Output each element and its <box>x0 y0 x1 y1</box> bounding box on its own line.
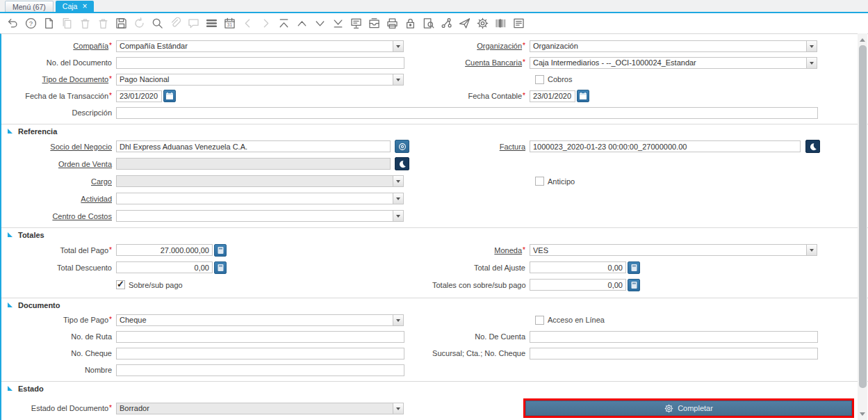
grid-toggle-icon[interactable] <box>204 16 219 31</box>
no-documento-field[interactable] <box>116 57 404 69</box>
scroll-down-icon[interactable] <box>858 409 867 419</box>
total-pago-calculator-icon[interactable] <box>214 244 227 257</box>
tab-caja-label: Caja <box>63 2 78 10</box>
cobros-label: Cobros <box>548 75 572 83</box>
actividad-dropdown-arrow[interactable] <box>393 193 404 204</box>
cargo-label[interactable]: Cargo <box>91 177 112 186</box>
compania-label[interactable]: Compañía <box>73 42 108 50</box>
no-ruta-field[interactable] <box>116 331 404 343</box>
report-icon[interactable] <box>349 16 363 31</box>
first-record-icon[interactable] <box>277 16 291 31</box>
scroll-up-icon[interactable] <box>858 35 867 45</box>
barcode-scan-icon[interactable] <box>493 16 508 31</box>
orden-venta-label[interactable]: Orden de Venta <box>58 160 112 168</box>
compania-dropdown-arrow[interactable] <box>393 40 404 52</box>
tipo-pago-dropdown-arrow[interactable] <box>393 314 404 326</box>
archive-icon[interactable] <box>367 16 382 31</box>
help-icon[interactable]: ? <box>24 16 38 31</box>
save-icon[interactable] <box>114 16 129 31</box>
tipo-pago-field[interactable] <box>116 314 393 326</box>
factura-label[interactable]: Factura <box>500 143 525 151</box>
fecha-transaccion-calendar-icon[interactable] <box>163 90 176 102</box>
fecha-contable-calendar-icon[interactable] <box>577 90 589 102</box>
caja-form: Compañía* Organización* No. del Document… <box>0 33 868 420</box>
centro-costos-label[interactable]: Centro de Costos <box>52 212 112 220</box>
total-descuento-calculator-icon[interactable] <box>214 261 227 274</box>
collapse-triangle-icon[interactable] <box>8 232 13 237</box>
tipo-documento-dropdown-arrow[interactable] <box>393 74 404 86</box>
nav-right-icon <box>259 16 273 31</box>
bpartner-info-icon[interactable] <box>395 140 409 153</box>
collapse-triangle-icon[interactable] <box>8 386 13 391</box>
cuenta-bancaria-field[interactable] <box>530 57 807 69</box>
previous-record-icon[interactable] <box>295 16 309 31</box>
no-cheque-field[interactable] <box>116 348 404 360</box>
moneda-dropdown-arrow[interactable] <box>806 244 817 256</box>
descripcion-field[interactable] <box>116 107 818 119</box>
settings-icon[interactable] <box>475 16 490 31</box>
fecha-transaccion-field[interactable] <box>116 90 162 102</box>
socio-negocio-field[interactable] <box>116 140 391 152</box>
sucursal-field[interactable] <box>530 348 818 360</box>
acceso-linea-checkbox[interactable] <box>535 316 544 325</box>
calendar-icon[interactable]: 31 <box>222 16 237 31</box>
lock-icon[interactable] <box>403 16 418 31</box>
close-tab-icon[interactable]: × <box>82 3 87 10</box>
tab-menu[interactable]: Menú (67) <box>5 1 54 12</box>
no-cuenta-field[interactable] <box>530 331 818 343</box>
undo-icon[interactable] <box>6 16 20 31</box>
tipo-documento-label[interactable]: Tipo de Documento <box>42 75 109 83</box>
moneda-field[interactable] <box>530 244 807 256</box>
delete-record-icon <box>78 16 92 31</box>
organizacion-dropdown-arrow[interactable] <box>806 40 817 52</box>
fecha-contable-field[interactable] <box>530 90 575 102</box>
anticipo-checkbox[interactable] <box>535 177 544 186</box>
total-pago-field[interactable] <box>116 244 213 256</box>
sobre-sub-pago-checkbox[interactable] <box>116 280 125 289</box>
workflow-icon[interactable] <box>439 16 454 31</box>
organizacion-label[interactable]: Organización <box>477 42 522 50</box>
cuenta-bancaria-dropdown-arrow[interactable] <box>806 57 817 69</box>
totales-sobre-sub-field[interactable] <box>530 279 626 291</box>
completar-button[interactable]: Completar <box>525 401 852 416</box>
centro-costos-field[interactable] <box>116 210 393 222</box>
moneda-label[interactable]: Moneda <box>494 246 522 255</box>
organizacion-field[interactable] <box>530 40 807 52</box>
compania-field[interactable] <box>116 40 393 52</box>
nombre-field[interactable] <box>116 364 404 376</box>
acceso-linea-label: Acceso en Línea <box>548 316 605 324</box>
total-descuento-field[interactable] <box>116 261 213 273</box>
no-documento-label: No. del Documento <box>47 58 112 67</box>
scrollbar-thumb[interactable] <box>859 45 867 388</box>
tipo-pago-label: Tipo de Pago <box>63 316 108 324</box>
tab-caja[interactable]: Caja × <box>56 1 95 12</box>
vertical-scrollbar[interactable] <box>858 33 867 420</box>
factura-zoom-icon[interactable] <box>805 140 820 153</box>
delete-selection-icon <box>96 16 110 31</box>
collapse-triangle-icon[interactable] <box>8 129 13 134</box>
new-record-icon[interactable] <box>42 16 56 31</box>
cuenta-bancaria-label[interactable]: Cuenta Bancaria <box>465 58 522 67</box>
socio-negocio-label[interactable]: Socio del Negocio <box>50 143 112 151</box>
orden-venta-zoom-icon[interactable] <box>395 157 409 170</box>
actividad-label[interactable]: Actividad <box>81 195 112 203</box>
cobros-checkbox[interactable] <box>535 75 544 84</box>
total-ajuste-calculator-icon[interactable] <box>628 261 640 274</box>
centro-costos-dropdown-arrow[interactable] <box>393 210 404 222</box>
send-mail-icon[interactable] <box>457 16 472 31</box>
total-ajuste-field[interactable] <box>530 261 626 273</box>
factura-field[interactable] <box>530 140 801 152</box>
totales-sobre-sub-calculator-icon[interactable] <box>628 279 640 291</box>
next-record-icon[interactable] <box>313 16 327 31</box>
last-record-icon[interactable] <box>331 16 345 31</box>
tab-menu-label: Menú (67) <box>13 3 46 11</box>
report-window-icon[interactable] <box>511 16 526 31</box>
print-icon[interactable] <box>385 16 400 31</box>
descripcion-label: Descripción <box>72 108 112 117</box>
sobre-sub-pago-label: Sobre/sub pago <box>129 281 183 289</box>
find-icon[interactable] <box>150 16 165 31</box>
collapse-triangle-icon[interactable] <box>8 302 13 307</box>
actividad-field[interactable] <box>116 193 393 204</box>
tipo-documento-field[interactable] <box>116 74 393 86</box>
print-preview-icon[interactable] <box>421 16 436 31</box>
